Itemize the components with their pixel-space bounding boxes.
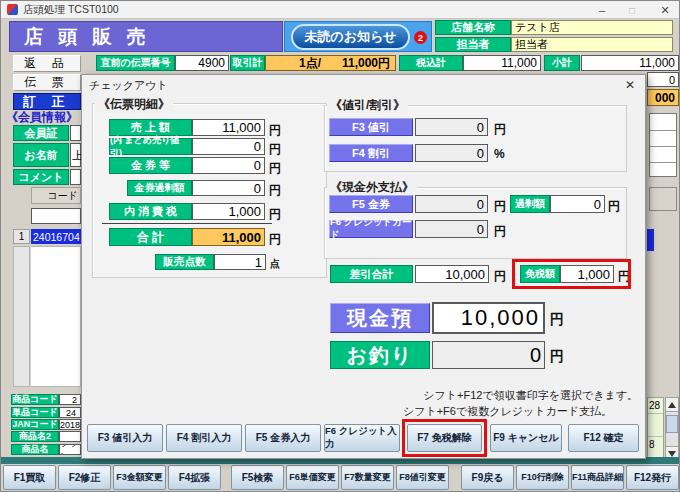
voucher-excess-unit: 円 [269, 182, 281, 199]
f4-discount-value: 0 [415, 144, 488, 162]
bg-scroll-num-top: 28 [648, 398, 663, 414]
slip-button[interactable]: 伝 票 [13, 74, 81, 91]
voucher-excess-label: 金券過剰額 [127, 180, 192, 196]
total-label: 合 計 [109, 228, 192, 246]
fkey-f6[interactable]: F6単価変更 [286, 465, 339, 490]
notice-badge: 2 [414, 31, 427, 44]
f3-discount-key[interactable]: F3 値引 [329, 118, 413, 136]
fkey-f4[interactable]: F4拡張 [168, 465, 221, 490]
slip-button-label: 伝 票 [24, 74, 69, 91]
item-row-code[interactable]: 24016704 [31, 229, 81, 244]
item-code-label: 単品コード [11, 407, 59, 418]
cash-tendered-label: 現金預 [330, 303, 430, 333]
f5-voucher-input-button[interactable]: F5 金券入力 [245, 424, 321, 452]
subtotal-value: 11,000 [581, 55, 679, 71]
member-card-field[interactable] [70, 125, 81, 141]
bg-right-button-stub [649, 187, 677, 211]
scroll-thumb[interactable] [666, 415, 678, 433]
f6-credit-value: 0 [415, 220, 488, 238]
store-name-value: テスト店 [511, 20, 673, 35]
noncash-section-title: 《現金外支払》 [327, 179, 417, 196]
f3-discount-value: 0 [415, 118, 488, 136]
fkey-f7[interactable]: F7数量変更 [341, 465, 394, 490]
item-code-value: 24 [59, 407, 81, 418]
balance-unit: 円 [494, 268, 506, 285]
fkey-f5[interactable]: F5検索 [231, 465, 284, 490]
voucher-unit: 円 [269, 160, 281, 177]
f5-voucher-unit: 円 [494, 198, 506, 215]
return-button[interactable]: 返 品 [13, 55, 81, 72]
comment-field[interactable] [70, 169, 81, 185]
f5-voucher-key[interactable]: F5 金券 [329, 195, 413, 213]
cash-tendered-unit: 円 [550, 311, 564, 329]
scroll-up-icon[interactable] [666, 398, 678, 412]
f6-credit-key[interactable]: F6 クレジットカード [329, 220, 413, 238]
voucher-excess-value: 0 [192, 180, 265, 196]
checkout-dialog: チェックアウト ✕ 《伝票明細》 売 上 額 11,000 円 (内 まとめ売り… [81, 74, 646, 459]
unread-notice-label: 未読のお知らせ [304, 28, 396, 46]
customer-name-field[interactable]: 上 [70, 143, 81, 167]
cash-tendered-value[interactable]: 10,000 [432, 302, 545, 334]
qty-value: 1 [214, 254, 266, 270]
fkey-f2[interactable]: F2修正 [58, 465, 111, 490]
transaction-amount: 11,000円 [342, 55, 390, 72]
store-name-label: 店舗名称 [435, 20, 511, 35]
inner-tax-unit: 円 [269, 206, 281, 223]
code-input[interactable] [31, 208, 81, 224]
voucher-value: 0 [192, 157, 265, 174]
bg-scroll-list-cells: 28 8 [647, 397, 664, 459]
screen-title-label: 店 頭 販 売 [24, 24, 151, 50]
return-button-label: 返 品 [24, 55, 69, 72]
unread-notice-button[interactable]: 未読のお知らせ [291, 24, 410, 50]
excess-unit: 円 [608, 198, 620, 215]
fkey-f11[interactable]: F11商品詳細 [571, 465, 624, 490]
f6-credit-input-button[interactable]: F6 クレジット入力 [324, 424, 400, 452]
subtotal-label: 小計 [544, 55, 580, 71]
fkey-f1[interactable]: F1買取 [3, 465, 56, 490]
fkey-f10[interactable]: F10行削除 [516, 465, 569, 490]
member-card-label: 会員証 [13, 125, 69, 141]
product-code-label: 商品コード [11, 394, 59, 405]
code-column-header: コード [31, 187, 81, 204]
excess-value: 0 [550, 195, 605, 213]
member-section-title: 《会員情報》 [6, 110, 86, 124]
dialog-close-icon[interactable]: ✕ [621, 77, 639, 92]
qty-unit: 点 [270, 257, 280, 271]
fkey-f12[interactable]: F12発行 [626, 465, 679, 490]
f6-credit-unit: 円 [494, 223, 506, 240]
f4-discount-unit: % [494, 147, 505, 161]
bg-scroll-num-bottom: 8 [648, 436, 663, 452]
bundle-discount-value: 0 [192, 138, 265, 155]
item-row-number: 1 [13, 229, 30, 244]
item-list-gutter [13, 246, 30, 387]
minimize-button[interactable]: – [589, 1, 615, 19]
product-name2-value [59, 431, 81, 442]
f7-highlight-box [402, 419, 487, 457]
change-label: お釣り [330, 341, 430, 369]
inner-tax-value: 1,000 [192, 203, 265, 220]
f4-percent-input-button[interactable]: F4 割引入力 [166, 424, 242, 452]
fkey-f8[interactable]: F8値引変更 [396, 465, 449, 490]
jan-code-value: 2018 [59, 419, 81, 430]
f9-cancel-button[interactable]: F9 キャンセル [490, 424, 562, 452]
title-bar: 店頭処理 TCST0100 – □ ✕ [1, 1, 680, 19]
total-separator [102, 223, 272, 224]
close-window-button[interactable]: ✕ [651, 1, 679, 19]
total-unit: 円 [269, 231, 281, 248]
fkey-f9[interactable]: F9戻る [461, 465, 514, 490]
f4-discount-key[interactable]: F4 割引 [329, 144, 413, 162]
excess-label: 過剰額 [510, 195, 550, 213]
list-scrollbar[interactable] [665, 397, 679, 461]
item-list-body[interactable] [31, 246, 81, 387]
correct-button[interactable]: 訂 正 [13, 93, 81, 110]
bg-right-zero-field: 0 [647, 72, 679, 87]
window-title: 店頭処理 TCST0100 [23, 1, 119, 19]
fkey-f3[interactable]: F3金額変更 [113, 465, 166, 490]
bg-right-cells [649, 113, 677, 177]
f3-discount-input-button[interactable]: F3 値引入力 [87, 424, 163, 452]
staff-label: 担当者 [435, 37, 511, 52]
bundle-discount-unit: 円 [269, 141, 281, 158]
maximize-button[interactable]: □ [619, 1, 645, 19]
bg-right-orange-field: 000 [647, 89, 679, 106]
f12-confirm-button[interactable]: F12 確定 [568, 424, 639, 452]
